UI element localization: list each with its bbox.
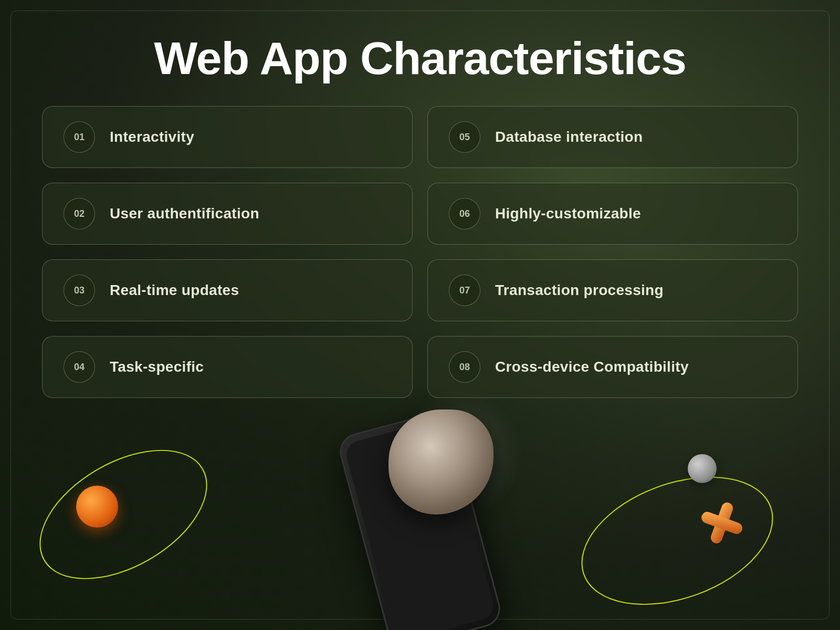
card-label-02: User authentification: [110, 205, 259, 222]
card-label-05: Database interaction: [495, 129, 643, 145]
card-label-08: Cross-device Compatibility: [495, 359, 689, 375]
card-item-03: 03Real-time updates: [42, 259, 413, 321]
card-number-08: 08: [449, 351, 480, 383]
card-label-04: Task-specific: [110, 359, 204, 375]
card-item-05: 05Database interaction: [427, 106, 798, 168]
card-label-03: Real-time updates: [110, 282, 239, 299]
main-title: Web App Characteristics: [0, 32, 840, 85]
decorative-yellow-ellipse-2: [564, 453, 791, 629]
card-item-04: 04Task-specific: [42, 336, 413, 398]
cards-grid: 01Interactivity05Database interaction02U…: [0, 106, 840, 398]
card-label-07: Transaction processing: [495, 282, 664, 299]
decorative-yellow-ellipse-1: [17, 423, 229, 606]
card-item-07: 07Transaction processing: [427, 259, 798, 321]
card-number-05: 05: [449, 121, 480, 153]
card-label-01: Interactivity: [110, 129, 194, 145]
orange-plus-shape: [698, 499, 746, 549]
card-label-06: Highly-customizable: [495, 205, 641, 222]
card-item-08: 08Cross-device Compatibility: [427, 336, 798, 398]
page-title-section: Web App Characteristics: [0, 0, 840, 106]
gray-sphere: [688, 454, 717, 483]
orange-sphere: [76, 486, 118, 528]
card-item-02: 02User authentification: [42, 183, 413, 245]
card-number-02: 02: [64, 198, 95, 229]
card-number-01: 01: [64, 121, 95, 153]
card-number-07: 07: [449, 275, 480, 306]
card-number-03: 03: [64, 275, 95, 306]
stone-sphere: [388, 410, 494, 514]
card-number-04: 04: [64, 351, 95, 383]
card-item-01: 01Interactivity: [42, 106, 413, 168]
card-item-06: 06Highly-customizable: [427, 183, 798, 245]
card-number-06: 06: [449, 198, 480, 229]
